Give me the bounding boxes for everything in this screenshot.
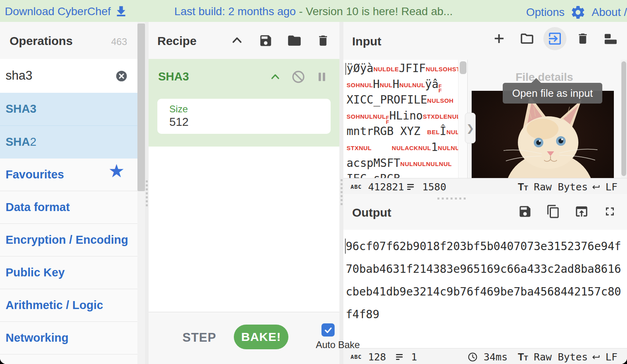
clear-recipe-icon[interactable] — [315, 33, 331, 48]
download-cyberchef-link[interactable]: Download CyberChef — [5, 4, 128, 19]
operation-name: SHA3 — [158, 70, 189, 83]
category-favourites[interactable]: Favourites ★ — [0, 159, 137, 191]
line-count-icon — [406, 182, 415, 194]
output-textarea[interactable]: 96cf07f62b9018f203bf5b0407073e3152376e94… — [343, 230, 627, 344]
recipe-io-splitter[interactable] — [339, 22, 343, 364]
output-section: Output 96cf — [343, 194, 627, 364]
category-encryption-encoding[interactable]: Encryption / Encoding — [0, 224, 137, 256]
collapse-operation-icon[interactable] — [270, 72, 280, 82]
build-notice[interactable]: Last build: 2 months ago - Version 10 is… — [174, 5, 453, 18]
char-count-icon: ABC — [351, 354, 362, 360]
operations-search[interactable]: sha3 — [0, 59, 137, 93]
char-count-icon: ABC — [351, 184, 362, 190]
download-cyberchef-label: Download CyberChef — [5, 5, 111, 18]
disable-operation-icon[interactable] — [292, 70, 305, 84]
file-details-scrollbar-thumb[interactable] — [621, 61, 626, 176]
recipe-operation-sha3[interactable]: SHA3 Size 512 — [149, 59, 339, 147]
gear-icon[interactable] — [570, 4, 586, 20]
recipe-controls: STEP BAKE! Auto Bake — [149, 312, 339, 364]
save-recipe-icon[interactable] — [258, 33, 273, 48]
input-body: ÿØÿàNULDLEJFIFNULSOHSTXSOHNULHNULHNULNUL… — [343, 60, 627, 178]
auto-bake-checkbox[interactable] — [321, 323, 335, 337]
input-caret — [345, 63, 346, 75]
category-public-key[interactable]: Public Key — [0, 256, 137, 289]
operation-argument[interactable]: Size 512 — [157, 99, 331, 134]
options-button[interactable]: Options — [526, 6, 565, 19]
load-recipe-icon[interactable] — [287, 33, 302, 48]
operations-recipe-splitter[interactable] — [145, 22, 149, 364]
result-label: SHA3 — [6, 102, 36, 115]
argument-label: Size — [169, 104, 188, 115]
operations-scrollbar[interactable] — [137, 22, 145, 364]
save-output-icon[interactable] — [517, 204, 533, 219]
version-notice: - Version 10 is here! Read ab... — [296, 5, 453, 18]
result-label: SHA — [6, 135, 30, 148]
operations-scrollbar-thumb[interactable] — [137, 23, 145, 191]
output-header: Output — [343, 194, 627, 230]
splitter-grip[interactable] — [145, 180, 149, 206]
character-encoding-icon[interactable]: TT — [518, 181, 528, 193]
step-button[interactable]: STEP — [182, 331, 216, 345]
operation-result-sha2[interactable]: SHA2 — [0, 126, 137, 159]
open-file-tooltip: Open file as input — [503, 83, 602, 104]
input-textarea[interactable]: ÿØÿàNULDLEJFIFNULSOHSTXSOHNULHNULHNULNUL… — [343, 60, 458, 178]
category-arithmetic-logic[interactable]: Arithmetic / Logic — [0, 289, 137, 322]
splitter-grip[interactable] — [339, 179, 343, 205]
input-text-lines: ÿØÿàNULDLEJFIFNULSOHSTXSOHNULHNULHNULNUL… — [343, 60, 458, 178]
recipe-drop-zone[interactable] — [149, 147, 339, 312]
io-column: Input — [343, 22, 627, 364]
clear-input-icon[interactable] — [575, 31, 590, 46]
io-splitter-grip[interactable] — [436, 195, 467, 202]
input-line-count: 1580 — [422, 181, 446, 193]
recipe-title: Recipe — [157, 34, 196, 48]
clear-search-icon[interactable] — [115, 70, 128, 82]
eol-return-icon[interactable] — [591, 182, 601, 194]
about-link[interactable]: About / — [592, 6, 627, 19]
breakpoint-pause-icon[interactable] — [316, 71, 327, 82]
file-details-scrollbar[interactable] — [621, 60, 627, 178]
category-networking[interactable]: Networking — [0, 322, 137, 354]
download-icon — [114, 4, 128, 19]
operations-title: Operations — [10, 34, 72, 48]
output-bake-time: 34ms — [484, 351, 507, 363]
file-details-pane: File details — [467, 60, 621, 178]
input-header: Input — [343, 22, 627, 60]
input-encoding[interactable]: Raw Bytes — [534, 181, 588, 193]
open-folder-as-input-icon[interactable] — [519, 31, 535, 46]
input-status-bar: ABC 412821 1580 TT Raw Bytes LF — [343, 178, 627, 194]
maximise-output-icon[interactable] — [602, 204, 617, 219]
copy-output-icon[interactable] — [546, 204, 561, 219]
open-file-as-input-icon[interactable] — [543, 27, 566, 50]
bake-button[interactable]: BAKE! — [234, 325, 288, 349]
search-input[interactable]: sha3 — [6, 68, 32, 83]
auto-bake-label: Auto Bake — [306, 339, 370, 350]
replace-input-with-output-icon[interactable] — [574, 204, 589, 219]
output-title: Output — [352, 206, 391, 219]
operations-header: Operations 463 — [0, 22, 137, 59]
output-encoding[interactable]: Raw Bytes — [534, 351, 588, 363]
recipe-header: Recipe — [149, 22, 339, 59]
output-hash-value: 96cf07f62b9018f203bf5b0407073e3152376e94… — [346, 235, 623, 326]
output-char-count: 128 — [368, 351, 386, 363]
add-input-tab-icon[interactable] — [492, 31, 507, 46]
bake-time-clock-icon — [468, 352, 478, 364]
argument-value-input[interactable]: 512 — [169, 115, 188, 129]
eol-return-icon[interactable] — [591, 352, 601, 364]
operations-panel: Operations 463 sha3 SHA3 SHA2 Favourites… — [0, 22, 145, 364]
output-line-count: 1 — [411, 351, 417, 363]
top-banner: Download CyberChef Last build: 2 months … — [0, 0, 627, 22]
input-scrollbar-thumb[interactable] — [460, 61, 466, 74]
collapse-recipe-icon[interactable] — [229, 33, 245, 48]
category-data-format[interactable]: Data format — [0, 191, 137, 224]
collapse-file-details-tab[interactable]: ❯ — [465, 113, 476, 143]
input-tab-layout-icon[interactable] — [603, 31, 618, 46]
character-encoding-icon[interactable]: TT — [518, 351, 528, 363]
line-count-icon — [395, 352, 404, 364]
file-details-title: File details — [468, 71, 621, 84]
last-build-link[interactable]: Last build: 2 months ago — [174, 5, 296, 18]
operation-result-sha3[interactable]: SHA3 — [0, 93, 137, 126]
input-eol[interactable]: LF — [605, 181, 617, 193]
output-status-bar: ABC 128 1 34ms TT Raw Bytes LF — [343, 348, 627, 364]
star-icon[interactable]: ★ — [108, 162, 125, 180]
output-eol[interactable]: LF — [605, 351, 617, 363]
